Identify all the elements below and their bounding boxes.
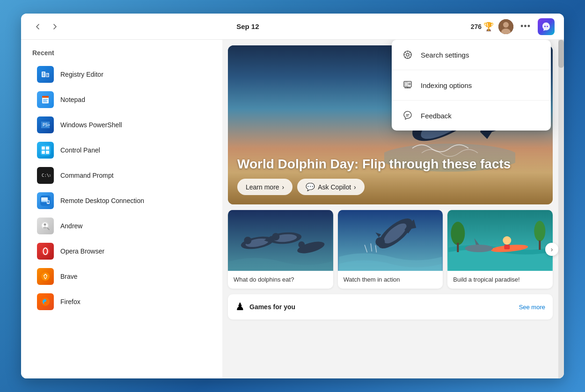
svg-rect-70 — [539, 240, 541, 250]
scrollbar-thumb[interactable] — [558, 40, 564, 68]
svg-rect-83 — [405, 82, 408, 86]
svg-rect-9 — [46, 75, 49, 75]
games-label: Games for you — [249, 303, 295, 311]
copilot-icon[interactable] — [538, 18, 555, 35]
feedback-icon — [401, 109, 414, 122]
main-content: Recent — [21, 40, 564, 378]
svg-point-64 — [503, 236, 512, 245]
firefox-icon — [37, 293, 54, 310]
svg-rect-8 — [46, 74, 48, 74]
app-item-firefox[interactable]: Firefox — [32, 290, 213, 314]
app-item-andrew[interactable]: Andrew — [32, 214, 213, 238]
more-button[interactable]: ••• — [518, 19, 533, 34]
ask-copilot-icon: 💬 — [306, 182, 315, 191]
registry-editor-icon — [37, 66, 54, 83]
svg-rect-4 — [43, 73, 44, 73]
svg-point-67 — [451, 222, 465, 245]
dropdown-item-search-settings[interactable]: Search settings — [392, 40, 551, 70]
score-value: 276 — [471, 23, 482, 30]
avatar-image — [498, 19, 513, 34]
indexing-options-icon — [401, 79, 414, 92]
cards-next-button[interactable]: › — [545, 243, 558, 256]
avatar[interactable] — [498, 19, 513, 34]
card-text-dolphins-eat: What do dolphins eat? — [228, 271, 333, 289]
app-item-notepad[interactable]: Notepad — [32, 87, 213, 112]
scrollbar[interactable] — [558, 40, 564, 378]
dropdown-item-indexing[interactable]: Indexing options — [392, 70, 551, 101]
sidebar: Recent — [21, 40, 222, 378]
svg-rect-31 — [47, 201, 49, 203]
dropdown-item-feedback[interactable]: Feedback — [392, 101, 551, 131]
svg-point-55 — [272, 233, 279, 240]
svg-rect-23 — [46, 151, 49, 154]
search-settings-icon — [401, 48, 414, 61]
opera-icon — [37, 243, 54, 260]
card-image-tropical — [447, 210, 553, 271]
app-item-cmd[interactable]: C:\> Command Prompt — [32, 163, 213, 188]
header: Sep 12 276 🏆 ••• — [21, 14, 564, 40]
ask-copilot-arrow: › — [354, 183, 356, 191]
svg-point-35 — [43, 227, 47, 229]
ask-copilot-button[interactable]: 💬 Ask Copilot › — [297, 179, 364, 195]
svg-rect-22 — [42, 151, 45, 154]
indexing-options-label: Indexing options — [421, 81, 472, 89]
search-settings-label: Search settings — [421, 51, 469, 59]
svg-rect-5 — [43, 74, 44, 75]
app-item-opera[interactable]: Opera Browser — [32, 239, 213, 263]
svg-rect-6 — [43, 75, 44, 76]
svg-rect-29 — [41, 197, 48, 201]
notepad-icon — [37, 91, 54, 108]
learn-more-arrow: › — [282, 183, 285, 191]
svg-text:C:\>: C:\> — [42, 173, 51, 178]
dropdown-menu: Search settings — [392, 40, 551, 131]
app-item-remote-desktop[interactable]: Remote Desktop Connection — [32, 189, 213, 213]
app-item-control-panel[interactable]: Control Panel — [32, 138, 213, 162]
svg-point-1 — [503, 22, 509, 28]
svg-rect-21 — [46, 146, 49, 150]
remote-desktop-icon — [37, 192, 54, 209]
svg-point-73 — [406, 53, 409, 56]
card-tropical[interactable]: Build a tropical paradise! — [447, 210, 553, 289]
main-window: Sep 12 276 🏆 ••• — [21, 14, 564, 378]
hero-text-overlay: World Dolphin Day: Flip through these fa… — [228, 147, 553, 204]
svg-rect-13 — [43, 99, 48, 100]
svg-text:PS>: PS> — [43, 123, 51, 127]
app-name-cmd: Command Prompt — [60, 172, 114, 179]
svg-point-69 — [534, 221, 546, 241]
app-item-brave[interactable]: Brave — [32, 264, 213, 289]
svg-point-61 — [375, 237, 385, 247]
app-name-remote-desktop: Remote Desktop Connection — [60, 197, 144, 204]
svg-rect-20 — [42, 146, 45, 150]
brave-icon — [37, 268, 54, 285]
svg-rect-68 — [457, 243, 459, 252]
right-panel: World Dolphin Day: Flip through these fa… — [222, 40, 564, 378]
learn-more-label: Learn more — [246, 183, 279, 191]
svg-line-80 — [410, 52, 410, 52]
card-text-tropical: Build a tropical paradise! — [447, 271, 553, 289]
header-date: Sep 12 — [30, 22, 465, 30]
svg-rect-10 — [46, 76, 48, 76]
card-image-dolphins — [228, 210, 333, 271]
card-text-watch-action: Watch them in action — [338, 271, 443, 289]
svg-line-79 — [410, 57, 410, 57]
card-watch-action[interactable]: Watch them in action — [338, 210, 443, 289]
learn-more-button[interactable]: Learn more › — [237, 179, 292, 195]
app-name-registry-editor: Registry Editor — [60, 71, 103, 78]
cards-row: What do dolphins eat? — [228, 210, 553, 289]
games-icon: ♟ — [235, 301, 245, 313]
svg-rect-15 — [43, 102, 47, 102]
card-dolphins-eat[interactable]: What do dolphins eat? — [228, 210, 333, 289]
svg-point-66 — [465, 245, 493, 252]
card-image-action — [338, 210, 443, 271]
cmd-icon: C:\> — [37, 167, 54, 184]
app-name-firefox: Firefox — [60, 298, 80, 305]
ask-copilot-label: Ask Copilot — [318, 183, 351, 191]
feedback-label: Feedback — [421, 112, 452, 120]
score-badge: 276 🏆 — [471, 22, 494, 32]
games-see-more-button[interactable]: See more — [519, 304, 545, 311]
app-item-powershell[interactable]: PS> Windows PowerShell — [32, 113, 213, 137]
app-item-registry-editor[interactable]: Registry Editor — [32, 62, 213, 87]
header-right: 276 🏆 ••• — [471, 18, 555, 35]
hero-title: World Dolphin Day: Flip through these fa… — [237, 156, 543, 172]
app-name-brave: Brave — [60, 273, 78, 280]
